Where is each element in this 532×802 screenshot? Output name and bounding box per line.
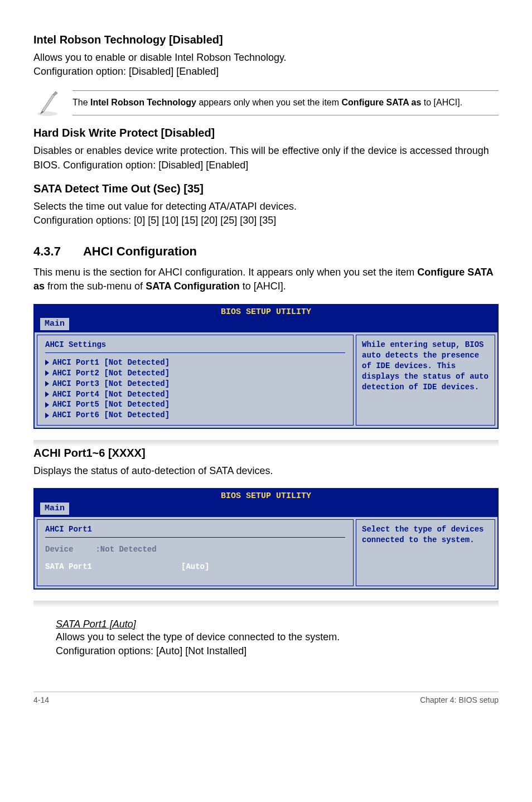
arrow-icon: [45, 413, 49, 418]
bios-left-panel: AHCI Settings AHCI Port1 [Not Detected] …: [37, 335, 354, 426]
sata-port1-line2: Configuration options: [Auto] [Not Insta…: [56, 644, 499, 658]
bios-item-label: AHCI Port6 [Not Detected]: [52, 410, 170, 419]
bios-item-1[interactable]: AHCI Port1 [Not Detected]: [45, 357, 345, 368]
arrow-icon: [45, 381, 49, 386]
heading-sata-detect: SATA Detect Time Out (Sec) [35]: [33, 182, 499, 195]
desc-hd-write-protect: Disables or enables device write protect…: [33, 144, 499, 172]
desc-sata-detect: Selects the time out value for detecting…: [33, 200, 499, 228]
bios-left-panel: AHCI Port1 Device:Not Detected SATA Port…: [37, 519, 354, 586]
page-footer: 4-14 Chapter 4: BIOS setup: [33, 692, 499, 704]
svg-point-0: [37, 112, 57, 116]
note-suffix: to [AHCI].: [421, 98, 462, 107]
heading-437-num: 4.3.7: [33, 244, 61, 259]
bios-left-title: AHCI Port1: [45, 524, 345, 538]
note-bold2: Configure SATA as: [342, 98, 422, 107]
bios-tabs: Main: [35, 503, 497, 517]
bios-item-label: AHCI Port5 [Not Detected]: [52, 400, 170, 409]
sata-value: [Auto]: [92, 562, 209, 571]
arrow-icon: [45, 360, 49, 365]
bios-item-label: AHCI Port2 [Not Detected]: [52, 369, 170, 378]
arrow-icon: [45, 402, 49, 408]
sata-label: SATA Port1: [45, 562, 92, 571]
bios-title: BIOS SETUP UTILITY: [35, 305, 497, 318]
bios-left-title: AHCI Settings: [45, 340, 345, 353]
bios-item-label: AHCI Port4 [Not Detected]: [52, 390, 170, 399]
arrow-icon: [45, 392, 49, 397]
bios-tab-main[interactable]: Main: [40, 318, 69, 330]
heading-intel-robson: Intel Robson Technology [Disabled]: [33, 33, 499, 46]
sata-port1-line1: Allows you to select the type of device …: [56, 630, 499, 644]
desc-437: This menu is the section for AHCI config…: [33, 265, 499, 293]
desc-intel-robson: Allows you to enable or disable Intel Ro…: [33, 51, 499, 79]
note-icon: [33, 89, 61, 117]
desc-437-b2: SATA Configuration: [146, 281, 240, 292]
desc-437-post: to [AHCI].: [240, 281, 286, 292]
heading-437-title: AHCI Configuration: [83, 244, 197, 259]
chapter-label: Chapter 4: BIOS setup: [420, 695, 499, 704]
bios-right-panel: Select the type of devices connected to …: [356, 519, 495, 586]
note-bold1: Intel Robson Technology: [90, 98, 196, 107]
bios-title: BIOS SETUP UTILITY: [35, 489, 497, 502]
bios-item-2[interactable]: AHCI Port2 [Not Detected]: [45, 368, 345, 379]
bios-window-ahci-port1: BIOS SETUP UTILITY Main AHCI Port1 Devic…: [33, 488, 499, 590]
heading-437: 4.3.7 AHCI Configuration: [33, 244, 499, 259]
note-mid: appears only when you set the item: [196, 98, 342, 107]
bios-tabs: Main: [35, 318, 497, 332]
bios-sata-row[interactable]: SATA Port1[Auto]: [45, 557, 345, 577]
note-prefix: The: [72, 98, 90, 107]
note-text: The Intel Robson Technology appears only…: [72, 90, 499, 115]
heading-achi-port: ACHI Port1~6 [XXXX]: [33, 447, 499, 460]
bios-shadow: [33, 601, 499, 607]
desc-achi-port: Displays the status of auto-detection of…: [33, 464, 499, 478]
bios-item-3[interactable]: AHCI Port3 [Not Detected]: [45, 379, 345, 389]
desc-437-mid: from the sub-menu of: [45, 281, 146, 292]
bios-shadow: [33, 440, 499, 447]
bios-right-panel: While entering setup, BIOS auto detects …: [356, 335, 495, 426]
bios-item-4[interactable]: AHCI Port4 [Not Detected]: [45, 389, 345, 400]
subheading-sata-port1: SATA Port1 [Auto]: [56, 619, 499, 630]
bios-device-row: Device:Not Detected: [45, 542, 345, 557]
bios-tab-main[interactable]: Main: [40, 503, 69, 515]
bios-window-ahci-settings: BIOS SETUP UTILITY Main AHCI Settings AH…: [33, 304, 499, 429]
bios-item-5[interactable]: AHCI Port5 [Not Detected]: [45, 399, 345, 410]
heading-hd-write-protect: Hard Disk Write Protect [Disabled]: [33, 127, 499, 139]
arrow-icon: [45, 370, 49, 376]
bios-item-6[interactable]: AHCI Port6 [Not Detected]: [45, 410, 345, 421]
page-number: 4-14: [33, 695, 49, 704]
device-label: Device: [45, 545, 73, 554]
note-box: The Intel Robson Technology appears only…: [33, 89, 499, 117]
desc-437-pre: This menu is the section for AHCI config…: [33, 267, 417, 278]
bios-item-label: AHCI Port3 [Not Detected]: [52, 379, 170, 388]
bios-item-label: AHCI Port1 [Not Detected]: [52, 358, 170, 367]
device-value: :Not Detected: [73, 545, 156, 554]
